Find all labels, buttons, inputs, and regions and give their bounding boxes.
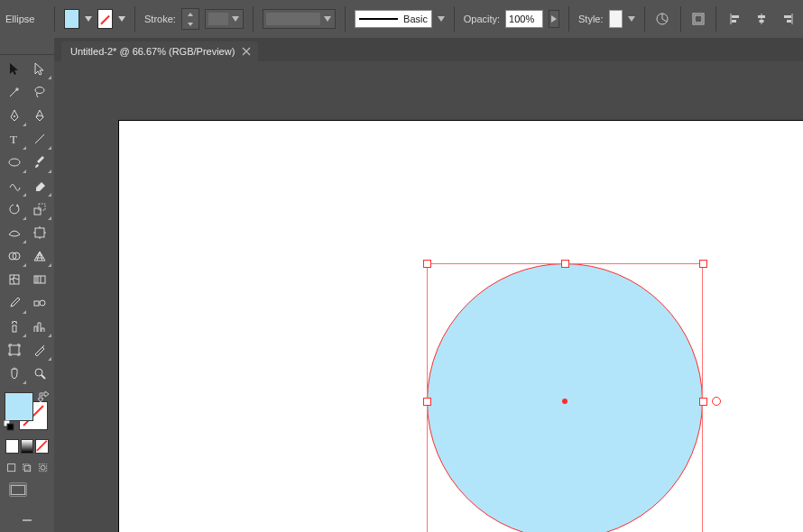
document-tab[interactable]: Untitled-2* @ 66.67% (RGB/Preview) xyxy=(61,41,258,61)
width-tool[interactable] xyxy=(2,221,27,244)
spinner-down[interactable] xyxy=(182,19,198,29)
direct-selection-tool[interactable] xyxy=(27,57,52,80)
svg-point-16 xyxy=(9,159,20,166)
svg-rect-7 xyxy=(758,15,765,18)
color-mode-solid[interactable] xyxy=(5,439,19,454)
svg-text:T: T xyxy=(10,133,17,146)
hand-tool[interactable] xyxy=(2,362,27,385)
draw-normal[interactable] xyxy=(5,461,17,475)
align-left-button[interactable] xyxy=(725,8,747,30)
brush-name: Basic xyxy=(403,14,428,24)
separator xyxy=(680,6,681,32)
color-mode-none[interactable] xyxy=(35,439,49,454)
draw-inside[interactable] xyxy=(37,461,49,475)
selected-ellipse-object[interactable] xyxy=(427,263,703,532)
fill-proxy[interactable] xyxy=(5,392,33,421)
eraser-tool[interactable] xyxy=(27,174,52,197)
document-tab-title: Untitled-2* @ 66.67% (RGB/Preview) xyxy=(70,46,235,57)
rotate-tool[interactable] xyxy=(2,197,27,221)
screen-mode-row xyxy=(0,479,54,500)
close-tab-icon[interactable] xyxy=(242,47,251,56)
opacity-more[interactable] xyxy=(549,10,560,28)
stroke-dropdown[interactable] xyxy=(118,14,125,23)
align-h-center-button[interactable] xyxy=(751,8,772,30)
svg-rect-36 xyxy=(23,464,29,470)
stroke-weight-combo[interactable] xyxy=(205,9,244,29)
gradient-tool[interactable] xyxy=(27,268,52,291)
document-tabstrip: Untitled-2* @ 66.67% (RGB/Preview) xyxy=(54,38,803,61)
fill-color-swatch[interactable] xyxy=(64,9,79,29)
align-right-button[interactable] xyxy=(776,8,798,30)
resize-handle-nw[interactable] xyxy=(423,260,431,268)
curvature-tool[interactable] xyxy=(27,104,52,127)
pie-widget-handle[interactable] xyxy=(712,397,721,406)
collapse-dock[interactable] xyxy=(0,514,54,527)
perspective-grid-tool[interactable] xyxy=(27,244,52,268)
paintbrush-tool[interactable] xyxy=(27,151,52,174)
svg-rect-17 xyxy=(34,208,41,215)
shape-builder-tool[interactable] xyxy=(2,244,27,268)
slice-tool[interactable] xyxy=(27,338,52,362)
brush-dropdown[interactable] xyxy=(438,14,445,23)
ellipse-tool[interactable] xyxy=(2,151,27,174)
line-segment-tool[interactable] xyxy=(27,127,52,151)
svg-rect-39 xyxy=(11,485,24,494)
svg-point-12 xyxy=(35,87,44,94)
artboard-tool[interactable] xyxy=(2,338,27,362)
screen-mode-button[interactable] xyxy=(9,482,27,497)
recolor-artwork-button[interactable] xyxy=(654,8,671,30)
stroke-weight-spinner[interactable] xyxy=(181,8,199,30)
graphic-style-swatch[interactable] xyxy=(609,10,623,28)
svg-rect-2 xyxy=(695,15,702,23)
separator xyxy=(454,6,455,32)
free-transform-tool[interactable] xyxy=(27,221,52,244)
draw-behind[interactable] xyxy=(21,461,32,475)
scale-tool[interactable] xyxy=(27,197,52,221)
resize-handle-w[interactable] xyxy=(423,398,431,406)
svg-line-15 xyxy=(35,134,44,143)
opacity-field[interactable]: 100% xyxy=(505,10,543,28)
svg-point-38 xyxy=(41,466,45,471)
svg-point-13 xyxy=(14,115,15,117)
svg-rect-18 xyxy=(39,204,45,210)
svg-line-29 xyxy=(42,375,45,379)
shaper-tool[interactable] xyxy=(2,174,27,197)
resize-handle-ne[interactable] xyxy=(699,260,707,268)
svg-rect-11 xyxy=(787,20,791,23)
swap-fill-stroke-icon[interactable] xyxy=(37,390,50,403)
style-dropdown[interactable] xyxy=(628,14,635,23)
brush-definition-combo[interactable]: Basic xyxy=(355,10,432,28)
type-tool[interactable]: T xyxy=(2,127,27,151)
symbol-sprayer-tool[interactable] xyxy=(2,315,27,338)
fill-stroke-proxy[interactable] xyxy=(5,392,48,430)
zoom-tool[interactable] xyxy=(27,362,52,385)
resize-handle-e[interactable] xyxy=(699,398,707,406)
resize-handle-n[interactable] xyxy=(561,260,569,268)
variable-width-profile[interactable] xyxy=(263,9,336,29)
magic-wand-tool[interactable] xyxy=(2,80,27,104)
tools-panel: T xyxy=(0,38,55,532)
svg-rect-5 xyxy=(732,20,736,23)
workspace[interactable] xyxy=(54,61,803,532)
center-point-icon[interactable] xyxy=(562,399,568,404)
chevron-down-icon xyxy=(323,14,332,23)
stroke-color-swatch[interactable] xyxy=(97,9,113,29)
document-setup-button[interactable] xyxy=(690,8,707,30)
mesh-tool[interactable] xyxy=(2,268,27,291)
svg-rect-19 xyxy=(35,228,44,237)
blend-tool[interactable] xyxy=(27,291,52,315)
fill-dropdown[interactable] xyxy=(85,14,92,23)
separator xyxy=(345,6,346,32)
default-fill-stroke-icon[interactable] xyxy=(4,420,14,431)
separator xyxy=(644,6,645,32)
selection-tool[interactable] xyxy=(2,57,27,80)
pen-tool[interactable] xyxy=(2,104,27,127)
lasso-tool[interactable] xyxy=(27,80,52,104)
eyedropper-tool[interactable] xyxy=(2,291,27,315)
svg-rect-27 xyxy=(10,345,19,354)
column-graph-tool[interactable] xyxy=(27,315,52,338)
align-group xyxy=(725,8,798,30)
spinner-up[interactable] xyxy=(182,9,198,19)
color-mode-gradient[interactable] xyxy=(21,439,34,454)
svg-point-25 xyxy=(40,300,45,306)
